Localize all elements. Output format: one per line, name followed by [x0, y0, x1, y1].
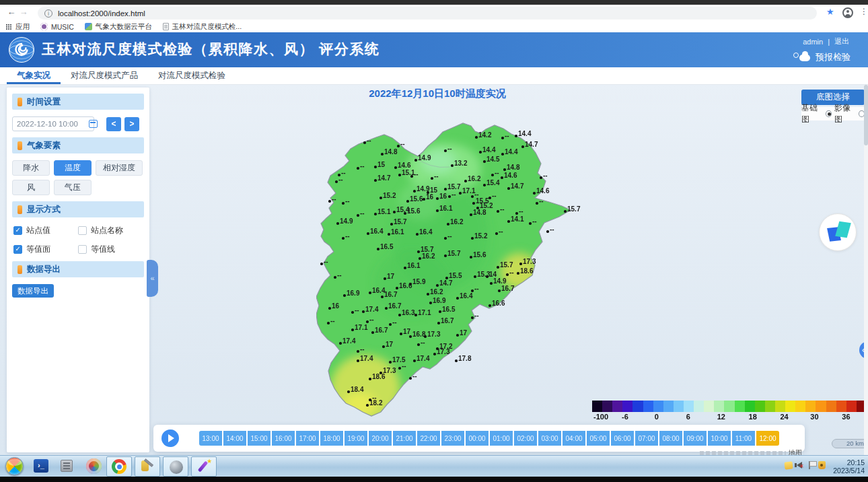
map-brand-icon[interactable]: [819, 213, 857, 251]
chrome-taskbar-slot[interactable]: [106, 456, 132, 477]
nav-tab[interactable]: 对流尺度模式检验: [148, 67, 236, 84]
basemap-option[interactable]: 影像图: [834, 102, 865, 125]
legend-color-segment: [724, 401, 734, 412]
scrollbar-thumb[interactable]: [864, 85, 868, 145]
basemap-option[interactable]: 基础图: [801, 102, 832, 125]
timeline-cell[interactable]: 20:00: [369, 431, 392, 446]
profile-avatar-icon[interactable]: [842, 7, 853, 18]
display-option[interactable]: 站点名称: [78, 225, 143, 236]
export-data-button[interactable]: 数据导出: [12, 284, 54, 298]
timeline-cell[interactable]: 04:00: [563, 431, 585, 446]
volume-muted-icon[interactable]: [797, 462, 802, 469]
element-buttons: 降水温度相对湿度风气压: [12, 160, 144, 195]
display-option[interactable]: 等值面: [13, 244, 78, 255]
timeline-cell[interactable]: 02:00: [514, 431, 537, 446]
legend-color-segment: [704, 401, 714, 412]
bookmark-label: 玉林对流尺度模式检...: [172, 22, 242, 32]
timeline-cell[interactable]: 19:00: [345, 431, 367, 446]
powershell-icon[interactable]: ›_: [34, 459, 48, 473]
divider: |: [828, 38, 830, 46]
legend-tick-label: 0: [655, 413, 659, 421]
timeline-cell[interactable]: 01:00: [490, 431, 513, 446]
page-scrollbar[interactable]: [864, 85, 868, 455]
timeline-cell[interactable]: 18:00: [320, 431, 343, 446]
taskbar-clock[interactable]: 20:15 2023/5/14: [833, 458, 865, 475]
prev-time-button[interactable]: <: [106, 117, 121, 131]
mode-label[interactable]: 预报检验: [816, 51, 851, 63]
checkbox-icon[interactable]: [78, 245, 87, 254]
legend-color-segment: [826, 401, 836, 412]
timeline-cell[interactable]: 06:00: [611, 431, 634, 446]
timeline-cell[interactable]: 10:00: [708, 431, 731, 446]
timeline-cell[interactable]: 22:00: [417, 431, 440, 446]
timeline-cell[interactable]: 12:00: [756, 431, 779, 446]
element-button[interactable]: 相对湿度: [96, 160, 143, 176]
legend-color-segment: [602, 401, 612, 412]
timeline-cell[interactable]: 09:00: [684, 431, 707, 446]
site-info-icon[interactable]: i: [44, 9, 52, 18]
play-button[interactable]: [161, 429, 179, 447]
address-bar[interactable]: i localhost:2000/index.html: [38, 7, 817, 20]
timeline-cell[interactable]: 17:00: [296, 431, 319, 446]
bookmark-label: MUSIC: [51, 23, 74, 31]
sidebar-panel: 时间设置 < > 气象要素 降水温度相对湿度风气压 显示方式 站点值站点名称等值…: [7, 88, 149, 452]
pen-taskbar-slot[interactable]: ★: [191, 456, 217, 477]
globe-taskbar-slot[interactable]: [163, 456, 188, 477]
main-tabbar: 气象实况对流尺度模式产品对流尺度模式检验: [0, 67, 868, 85]
legend-color-segment: [805, 401, 816, 412]
system-tool-icon[interactable]: [61, 460, 73, 472]
security-tray-icon[interactable]: [818, 461, 826, 469]
datetime-input[interactable]: [12, 116, 94, 131]
legend-color-segment: [735, 401, 745, 412]
timeline-cell[interactable]: 05:00: [587, 431, 610, 446]
element-button[interactable]: 风: [12, 180, 50, 195]
sidebar-collapse-icon[interactable]: «: [147, 260, 158, 297]
element-button[interactable]: 温度: [54, 160, 92, 176]
tray-app-icon[interactable]: [784, 461, 793, 469]
legend-color-segment: [795, 401, 805, 412]
legend-color-segment: [622, 401, 632, 412]
bookmark-item[interactable]: 应用: [5, 22, 30, 32]
browser-menu-icon[interactable]: ⋮: [860, 7, 868, 16]
basemap-option-label: 影像图: [834, 102, 855, 125]
bookmark-item[interactable]: 玉林对流尺度模式检...: [163, 22, 242, 32]
back-icon[interactable]: ←: [5, 7, 17, 17]
element-button[interactable]: 降水: [12, 160, 50, 176]
timeline-cell[interactable]: 21:00: [393, 431, 416, 446]
timeline-cell[interactable]: 07:00: [635, 431, 658, 446]
tools-taskbar-slot[interactable]: [135, 456, 160, 477]
radio-icon[interactable]: [826, 110, 832, 117]
nav-tab[interactable]: 对流尺度模式产品: [61, 67, 148, 84]
timeline-cell[interactable]: 13:00: [199, 431, 222, 446]
clock-date: 2023/5/14: [833, 467, 865, 475]
timeline-cell[interactable]: 15:00: [248, 431, 270, 446]
timeline-cell[interactable]: 16:00: [272, 431, 295, 446]
display-option-label: 站点值: [26, 225, 50, 236]
yulin-map[interactable]: [316, 118, 585, 421]
timeline-cell[interactable]: 00:00: [466, 431, 489, 446]
timeline-cell[interactable]: 08:00: [659, 431, 682, 446]
bookmark-star-icon[interactable]: ★: [826, 7, 834, 17]
legend-color-segment: [653, 401, 663, 412]
timeline-cell[interactable]: 14:00: [223, 431, 246, 446]
browser-swirl-icon[interactable]: [86, 458, 102, 474]
nav-tab[interactable]: 气象实况: [7, 67, 61, 84]
next-time-button[interactable]: >: [124, 117, 139, 131]
timeline-cell[interactable]: 11:00: [732, 431, 755, 446]
display-option[interactable]: 站点值: [13, 225, 78, 236]
element-button[interactable]: 气压: [54, 180, 92, 195]
calendar-icon[interactable]: [89, 120, 98, 128]
forward-icon[interactable]: →: [17, 7, 30, 17]
timeline-cell[interactable]: 23:00: [441, 431, 464, 446]
checkbox-icon[interactable]: [13, 245, 22, 254]
timeline-cell[interactable]: 03:00: [538, 431, 561, 446]
bookmark-item[interactable]: MUSIC: [40, 22, 74, 32]
checkbox-icon[interactable]: [78, 226, 87, 235]
section-display: 显示方式: [12, 201, 144, 217]
checkbox-icon[interactable]: [13, 226, 22, 235]
display-option[interactable]: 等值线: [78, 244, 143, 255]
start-button-icon[interactable]: [5, 457, 24, 475]
action-center-flag-icon[interactable]: [809, 461, 810, 469]
bookmark-item[interactable]: 气象大数据云平台: [85, 22, 152, 32]
logout-link[interactable]: 退出: [834, 36, 849, 46]
